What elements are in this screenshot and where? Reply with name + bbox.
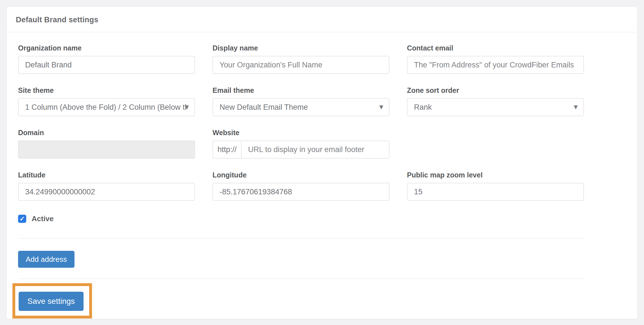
save-settings-button[interactable]: Save settings — [19, 292, 84, 311]
email-theme-selected-value: New Default Email Theme — [220, 103, 382, 112]
active-checkbox-label: Active — [32, 214, 54, 223]
check-icon: ✓ — [19, 216, 25, 222]
zone-sort-order-select[interactable]: Rank ▾ — [407, 98, 584, 116]
longitude-label: Longitude — [213, 171, 389, 179]
save-area: Save settings — [12, 283, 637, 319]
email-theme-group: Email theme New Default Email Theme ▾ — [213, 86, 389, 116]
domain-input — [18, 140, 195, 159]
latitude-group: Latitude — [18, 171, 195, 201]
site-theme-label: Site theme — [18, 86, 195, 95]
longitude-group: Longitude — [213, 171, 389, 201]
divider — [18, 278, 584, 279]
website-input[interactable] — [242, 141, 389, 158]
domain-group: Domain — [18, 129, 195, 159]
website-label: Website — [213, 129, 389, 137]
highlight-annotation-box: Save settings — [12, 283, 92, 319]
brand-settings-form: Organization name Display name Contact e… — [7, 32, 637, 319]
public-map-zoom-level-label: Public map zoom level — [407, 171, 584, 179]
zone-sort-order-group: Zone sort order Rank ▾ — [407, 86, 584, 116]
divider — [18, 238, 584, 239]
latitude-input[interactable] — [18, 183, 195, 201]
display-name-group: Display name — [213, 44, 389, 74]
zone-sort-order-selected-value: Rank — [414, 103, 577, 112]
website-protocol-prefix: http:// — [213, 141, 242, 158]
add-address-button[interactable]: Add address — [18, 251, 75, 268]
domain-label: Domain — [18, 129, 195, 137]
latitude-label: Latitude — [18, 171, 195, 179]
longitude-input[interactable] — [213, 183, 389, 201]
site-theme-group: Site theme 1 Column (Above the Fold) / 2… — [18, 86, 195, 116]
display-name-label: Display name — [213, 44, 389, 52]
site-theme-select[interactable]: 1 Column (Above the Fold) / 2 Column (Be… — [18, 98, 195, 116]
form-grid: Organization name Display name Contact e… — [18, 44, 637, 213]
contact-email-input[interactable] — [407, 56, 584, 74]
email-theme-label: Email theme — [213, 86, 389, 95]
organization-name-input[interactable] — [18, 56, 195, 74]
active-checkbox[interactable]: ✓ — [18, 215, 26, 223]
organization-name-group: Organization name — [18, 44, 195, 74]
contact-email-group: Contact email — [407, 44, 584, 74]
card-header: Default Brand settings — [7, 7, 637, 32]
zone-sort-order-label: Zone sort order — [407, 86, 584, 95]
organization-name-label: Organization name — [18, 44, 195, 52]
site-theme-selected-value: 1 Column (Above the Fold) / 2 Column (Be… — [25, 103, 188, 112]
public-map-zoom-level-group: Public map zoom level — [407, 171, 584, 201]
page-title: Default Brand settings — [16, 16, 98, 24]
brand-settings-card: Default Brand settings Organization name… — [6, 6, 638, 319]
contact-email-label: Contact email — [407, 44, 584, 52]
display-name-input[interactable] — [213, 56, 389, 74]
public-map-zoom-level-input[interactable] — [407, 183, 584, 201]
website-input-group: http:// — [213, 140, 389, 159]
email-theme-select[interactable]: New Default Email Theme ▾ — [213, 98, 389, 116]
empty-cell — [407, 129, 584, 159]
active-checkbox-row: ✓ Active — [18, 214, 637, 223]
website-group: Website http:// — [213, 129, 389, 159]
